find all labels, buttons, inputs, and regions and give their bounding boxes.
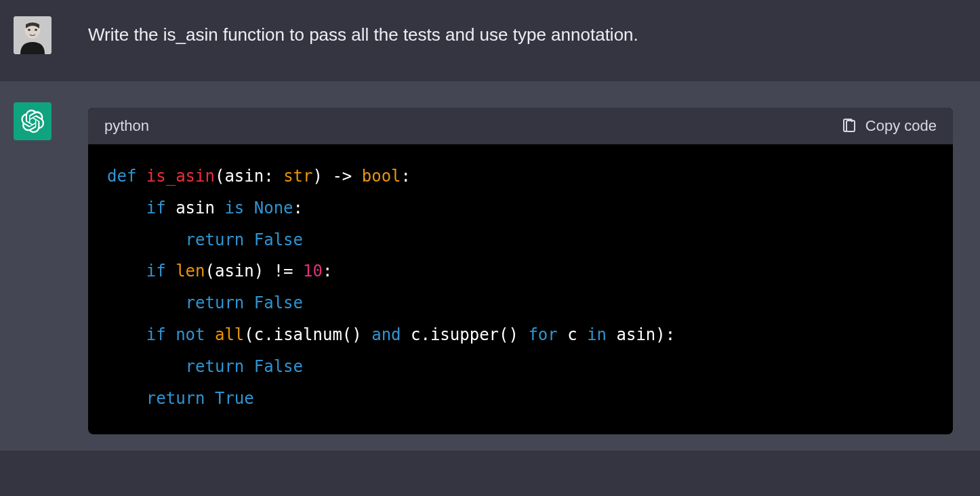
code-token: all <box>215 325 244 344</box>
code-token: : <box>323 262 332 281</box>
code-token: in <box>587 325 607 344</box>
code-language-label: python <box>104 117 149 135</box>
code-block-header: python Copy code <box>88 108 953 144</box>
code-token: asin <box>616 325 655 344</box>
user-message-row: Write the is_asin function to pass all t… <box>0 0 980 82</box>
code-token: is <box>224 199 244 218</box>
code-token: bool <box>362 167 401 186</box>
code-token: None <box>254 199 293 218</box>
openai-logo-icon <box>20 109 45 133</box>
code-token: ( <box>205 262 215 281</box>
code-token: c <box>411 325 420 344</box>
user-message-content: Write the is_asin function to pass all t… <box>68 16 966 54</box>
code-block: python Copy code def is_asin(asin: str) … <box>88 108 953 434</box>
code-token: -> <box>323 167 362 186</box>
code-token: ) <box>254 262 264 281</box>
code-token: def <box>107 167 136 186</box>
code-token: ): <box>655 325 675 344</box>
code-token: ( <box>215 167 224 186</box>
user-prompt-text: Write the is_asin function to pass all t… <box>88 22 966 48</box>
code-token: .isupper() <box>420 325 518 344</box>
code-token: : <box>264 167 283 186</box>
clipboard-icon <box>841 118 857 134</box>
code-token: if <box>146 325 166 344</box>
svg-point-3 <box>28 29 30 31</box>
code-token: False <box>254 357 303 376</box>
assistant-message-content: python Copy code def is_asin(asin: str) … <box>68 102 966 434</box>
code-token: asin <box>215 262 254 281</box>
code-token: True <box>215 389 254 408</box>
code-token: return <box>146 389 205 408</box>
code-body[interactable]: def is_asin(asin: str) -> bool: if asin … <box>88 144 953 434</box>
code-token: if <box>146 262 166 281</box>
code-token: ) <box>312 167 322 186</box>
code-token: False <box>254 230 303 249</box>
svg-rect-5 <box>846 121 855 131</box>
code-token: asin <box>176 199 215 218</box>
code-token: return <box>186 293 245 312</box>
copy-code-button[interactable]: Copy code <box>841 117 937 135</box>
code-token: .isalnum() <box>264 325 362 344</box>
code-token: c <box>254 325 264 344</box>
code-token: False <box>254 293 303 312</box>
code-token: return <box>186 357 245 376</box>
code-token: c <box>567 325 577 344</box>
assistant-message-row: python Copy code def is_asin(asin: str) … <box>0 82 980 451</box>
code-token: str <box>283 167 312 186</box>
code-token: 10 <box>303 262 323 281</box>
code-token: ( <box>244 325 253 344</box>
code-token: asin <box>224 167 264 186</box>
code-token: not <box>176 325 205 344</box>
user-avatar <box>14 16 52 54</box>
code-token: if <box>146 199 166 218</box>
code-token: for <box>528 325 557 344</box>
code-token: != <box>264 262 303 281</box>
svg-point-4 <box>35 29 37 31</box>
code-token: is_asin <box>146 167 215 186</box>
code-token: return <box>186 230 245 249</box>
user-avatar-image <box>14 16 52 54</box>
assistant-avatar <box>14 102 52 140</box>
code-token: : <box>293 199 303 218</box>
code-token: and <box>371 325 401 344</box>
code-token: len <box>176 262 205 281</box>
copy-code-label: Copy code <box>865 117 937 135</box>
code-token: : <box>401 167 411 186</box>
